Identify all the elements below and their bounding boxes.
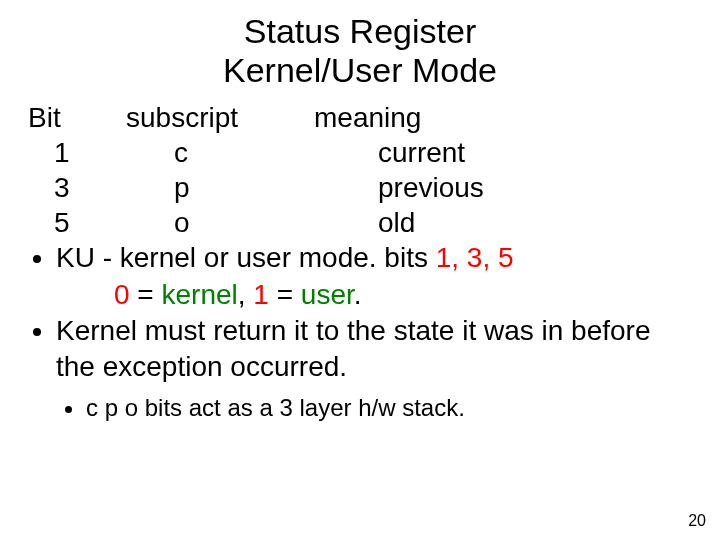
kernel-zero: 0 [114, 279, 130, 310]
bit-table: Bit subscript meaning 1 c current 3 p pr… [28, 100, 484, 240]
bit-table-header-subscript: subscript [126, 100, 314, 135]
page-number: 20 [688, 512, 706, 530]
title-line-2: Kernel/User Mode [223, 51, 497, 89]
subscript-cell: c [126, 135, 314, 170]
title-line-1: Status Register [244, 12, 476, 50]
subscript-cell: o [126, 205, 314, 240]
bullet-ku-line2: 0 = kernel, 1 = user. [56, 277, 692, 313]
meaning-cell: current [314, 135, 484, 170]
bullet-ku-text: KU - kernel or user mode. bits [56, 242, 436, 273]
slide-title: Status Register Kernel/User Mode [28, 12, 692, 90]
slide-body: Bit subscript meaning 1 c current 3 p pr… [28, 100, 692, 423]
bullet-list: KU - kernel or user mode. bits 1, 3, 5 0… [28, 240, 692, 386]
bullet-ku-bit-3: 3 [467, 242, 483, 273]
table-row: 1 c current [28, 135, 484, 170]
kernel-word: kernel [162, 279, 238, 310]
sub-bullet-cpo-text: c p o bits act as a 3 layer h/w stack. [86, 394, 465, 421]
bit-table-header-row: Bit subscript meaning [28, 100, 484, 135]
bullet-ku: KU - kernel or user mode. bits 1, 3, 5 0… [56, 240, 692, 313]
bullet-ku-comma-1: , [451, 242, 459, 273]
bit-cell: 3 [28, 170, 126, 205]
table-row: 5 o old [28, 205, 484, 240]
kernel-comma: , [238, 279, 254, 310]
bullet-ku-bit-5: 5 [498, 242, 514, 273]
sub-bullet-cpo: c p o bits act as a 3 layer h/w stack. [86, 392, 692, 423]
kernel-eq1: = [130, 279, 162, 310]
bullet-return-state: Kernel must return it to the state it wa… [56, 313, 692, 386]
bit-table-header-bit: Bit [28, 100, 126, 135]
slide: Status Register Kernel/User Mode Bit sub… [0, 0, 720, 540]
bit-cell: 1 [28, 135, 126, 170]
bit-table-header-meaning: meaning [314, 100, 484, 135]
sub-bullet-list: c p o bits act as a 3 layer h/w stack. [28, 392, 692, 423]
bullet-ku-bit-1: 1 [436, 242, 452, 273]
bullet-return-state-text: Kernel must return it to the state it wa… [56, 315, 651, 382]
meaning-cell: old [314, 205, 484, 240]
user-one: 1 [253, 279, 269, 310]
subscript-cell: p [126, 170, 314, 205]
user-eq2: = [269, 279, 301, 310]
user-period: . [354, 279, 362, 310]
user-word: user [301, 279, 354, 310]
meaning-cell: previous [314, 170, 484, 205]
bit-cell: 5 [28, 205, 126, 240]
table-row: 3 p previous [28, 170, 484, 205]
